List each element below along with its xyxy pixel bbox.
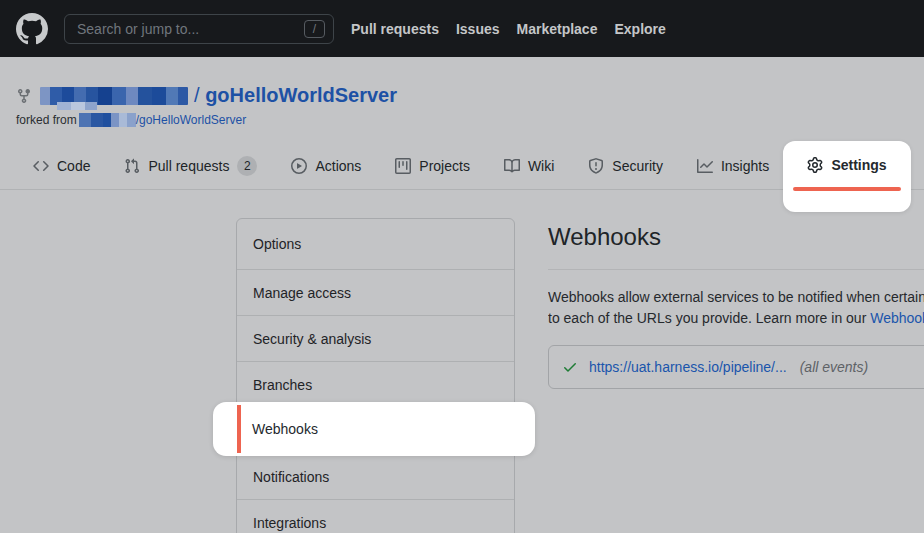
- webhook-url-link[interactable]: https://uat.harness.io/pipeline/...: [589, 359, 787, 375]
- parent-repo-link[interactable]: /goHelloWorldServer: [136, 113, 247, 127]
- tab-label: Insights: [721, 158, 769, 174]
- github-logo-icon[interactable]: [16, 13, 48, 45]
- header-nav: Pull requests Issues Marketplace Explore: [351, 21, 666, 37]
- play-icon: [291, 158, 307, 174]
- redacted-owner-fragment: [57, 102, 97, 110]
- code-icon: [33, 158, 49, 174]
- sidebar-item-label: Manage access: [253, 285, 351, 301]
- tab-label: Actions: [315, 158, 361, 174]
- sidebar-item-label: Options: [253, 236, 301, 252]
- tab-label: Settings: [831, 157, 886, 173]
- tab-wiki[interactable]: Wiki: [504, 158, 554, 174]
- tab-label: Pull requests: [148, 158, 229, 174]
- slash-shortcut-key: /: [304, 20, 325, 38]
- selected-item-accent-bar: [237, 405, 241, 453]
- tab-security[interactable]: Security: [588, 158, 663, 174]
- webhook-list-item: https://uat.harness.io/pipeline/... (all…: [548, 345, 924, 389]
- check-icon: [562, 359, 578, 375]
- project-icon: [395, 158, 411, 174]
- title-divider: [548, 269, 924, 270]
- forked-from-line: forked from /goHelloWorldServer: [16, 112, 246, 127]
- global-search: /: [64, 14, 334, 44]
- forked-from-label: forked from: [16, 113, 77, 127]
- sidebar-item-security-analysis[interactable]: Security & analysis: [237, 316, 514, 362]
- settings-tab-spotlight: Settings: [783, 141, 911, 212]
- tab-pull-requests[interactable]: Pull requests 2: [124, 156, 257, 176]
- sidebar-item-label: Security & analysis: [253, 331, 371, 347]
- repo-forked-icon: [16, 88, 32, 104]
- sidebar-item-label: Notifications: [253, 469, 329, 485]
- repo-title: / goHelloWorldServer: [194, 84, 397, 107]
- sidebar-item-label: Branches: [253, 377, 312, 393]
- page-title: Webhooks: [548, 223, 661, 251]
- webhook-events-label: (all events): [800, 359, 868, 375]
- git-pull-request-icon: [124, 158, 140, 174]
- webhooks-description-line2: to each of the URLs you provide. Learn m…: [548, 310, 924, 326]
- tab-projects[interactable]: Projects: [395, 158, 470, 174]
- gear-icon: [807, 157, 823, 173]
- tab-insights[interactable]: Insights: [697, 158, 769, 174]
- graph-icon: [697, 158, 713, 174]
- tab-label: Projects: [419, 158, 470, 174]
- selected-tab-underline: [793, 187, 901, 191]
- tab-label: Code: [57, 158, 90, 174]
- shield-icon: [588, 158, 604, 174]
- nav-marketplace[interactable]: Marketplace: [517, 21, 598, 37]
- sidebar-item-manage-access[interactable]: Manage access: [237, 270, 514, 316]
- search-input[interactable]: [77, 21, 304, 37]
- tab-actions[interactable]: Actions: [291, 158, 361, 174]
- repo-name-link[interactable]: goHelloWorldServer: [205, 84, 397, 106]
- webhooks-guide-link[interactable]: Webhooks: [870, 310, 924, 326]
- sidebar-item-options[interactable]: Options: [237, 219, 514, 270]
- tab-label: Wiki: [528, 158, 554, 174]
- book-icon: [504, 158, 520, 174]
- sidebar-item-label: Integrations: [253, 515, 326, 531]
- settings-sidebar: Options Manage access Security & analysi…: [236, 218, 515, 533]
- description-text: to each of the URLs you provide. Learn m…: [548, 310, 870, 326]
- repo-title-separator: /: [194, 84, 200, 106]
- sidebar-item-integrations[interactable]: Integrations: [237, 500, 514, 533]
- tab-settings[interactable]: Settings: [783, 157, 911, 173]
- sidebar-item-webhooks[interactable]: Webhooks: [252, 402, 318, 456]
- nav-pull-requests[interactable]: Pull requests: [351, 21, 439, 37]
- nav-issues[interactable]: Issues: [456, 21, 500, 37]
- page-body: / goHelloWorldServer forked from /goHell…: [0, 57, 924, 533]
- sidebar-item-notifications[interactable]: Notifications: [237, 454, 514, 500]
- tab-label: Security: [612, 158, 663, 174]
- webhooks-item-spotlight: Webhooks: [213, 402, 535, 456]
- redacted-parent-owner: [79, 113, 136, 127]
- webhooks-description-line1: Webhooks allow external services to be n…: [548, 289, 924, 305]
- tab-code[interactable]: Code: [33, 158, 90, 174]
- global-header: / Pull requests Issues Marketplace Explo…: [0, 0, 924, 57]
- pull-requests-count-badge: 2: [237, 156, 257, 176]
- nav-explore[interactable]: Explore: [614, 21, 665, 37]
